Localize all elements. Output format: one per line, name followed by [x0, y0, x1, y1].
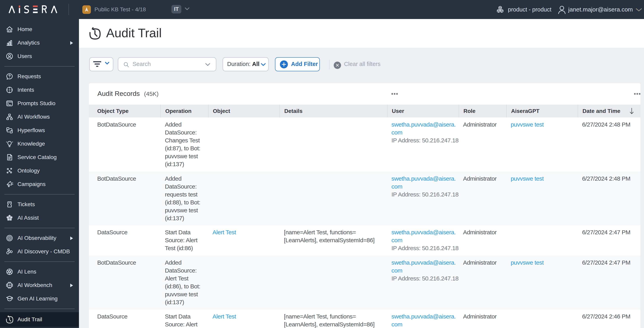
- svg-text:AI: AI: [8, 284, 11, 287]
